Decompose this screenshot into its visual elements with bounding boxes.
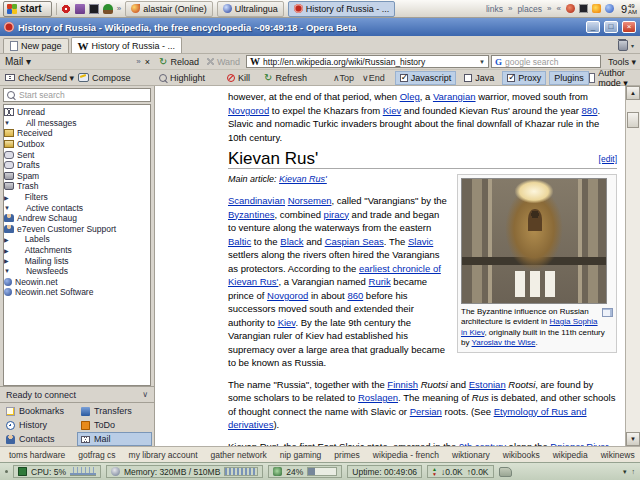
personal-bar-link[interactable]: gather network (211, 450, 267, 460)
panel-overflow-chevron[interactable]: » (136, 57, 140, 66)
mail-tree-item[interactable]: ▶ Attachments (4, 245, 150, 256)
panel-title[interactable]: Mail ▾ (5, 56, 31, 67)
wiki-link[interactable]: Norsemen (288, 195, 332, 206)
tray-blue-icon[interactable] (605, 4, 614, 13)
wiki-link[interactable]: Kiev (383, 105, 401, 116)
wiki-link[interactable]: 880 (582, 105, 598, 116)
google-search-input[interactable] (505, 57, 597, 67)
arrow-up-icon[interactable]: ↑ (632, 468, 636, 475)
chevron-down-icon[interactable]: ▾ (623, 468, 627, 476)
personal-bar-link[interactable]: toms hardware (9, 450, 65, 460)
start-button[interactable]: start (3, 1, 52, 17)
task-button[interactable]: alastair (Online) (125, 1, 213, 17)
reload-button[interactable]: ↻ Reload (155, 57, 203, 67)
expand-collapse-icon[interactable]: ▶ (4, 236, 9, 243)
mail-tree-item[interactable]: Unread (4, 107, 150, 118)
hagia-sophia-kiev-image[interactable] (461, 178, 607, 304)
kill-button[interactable]: Kill (223, 73, 254, 83)
compose-button[interactable]: Compose (78, 73, 131, 83)
mail-tree-item[interactable]: ▼ Newsfeeds (4, 266, 150, 277)
highlight-button[interactable]: Highlight (155, 73, 209, 83)
task-button[interactable]: Ultralingua (217, 1, 284, 17)
mail-tree-item[interactable]: e7even Customer Support (4, 224, 150, 235)
wiki-link[interactable]: Estonian (469, 379, 506, 390)
wiki-link[interactable]: Scandinavian (228, 195, 285, 206)
go-to-top-button[interactable]: ∧Top (333, 73, 354, 83)
edit-section-link[interactable]: [edit] (599, 153, 617, 167)
wiki-link[interactable]: Slavic (408, 236, 433, 247)
personal-bar-link[interactable]: wikipedia - french (373, 450, 439, 460)
address-input[interactable] (263, 57, 476, 67)
expand-collapse-icon[interactable]: ▶ (4, 257, 9, 264)
scrollbar-thumb[interactable] (627, 112, 639, 128)
enlarge-icon[interactable] (602, 308, 613, 317)
panel-button[interactable]: Mail (77, 432, 152, 446)
personal-bar-link[interactable]: wikipedia (553, 450, 588, 460)
wiki-link[interactable]: Rurik (369, 276, 391, 287)
personal-bar-link[interactable]: nip gaming (280, 450, 322, 460)
tab-new-page[interactable]: New page (3, 38, 69, 53)
chevron-icon[interactable]: » (117, 4, 121, 13)
personal-bar-link[interactable]: primes (334, 450, 360, 460)
preference-toggle[interactable]: Proxy (502, 71, 546, 85)
wiki-link[interactable]: Caspian Seas (325, 236, 384, 247)
mail-tree-item[interactable]: Neowin.net (4, 277, 150, 288)
mail-tree-item[interactable]: ▶ Labels (4, 234, 150, 245)
personal-bar-link[interactable]: wiktionary (452, 450, 490, 460)
wiki-link[interactable]: Roslagen (358, 392, 398, 403)
author-mode-button[interactable]: Author mode ▾ (589, 68, 640, 88)
address-dropdown-icon[interactable]: ▼ (479, 59, 485, 65)
wiki-link[interactable]: Kiev (278, 317, 296, 328)
mail-tree-item[interactable]: Outbox (4, 139, 150, 150)
panel-close-button[interactable]: × (145, 57, 150, 67)
panel-button[interactable]: ToDo (77, 418, 152, 432)
personal-bar-link[interactable]: my library account (129, 450, 198, 460)
wiki-link[interactable]: Oleg (400, 91, 420, 102)
expand-collapse-icon[interactable]: ▼ (4, 120, 10, 126)
google-search-box[interactable]: G (491, 55, 601, 68)
scroll-up-arrow[interactable]: ▲ (626, 86, 640, 100)
places-toolbar-label[interactable]: places (517, 4, 542, 14)
wiki-link[interactable]: 860 (347, 290, 363, 301)
preference-toggle[interactable]: Plugins (549, 71, 589, 85)
tray-red-icon[interactable] (566, 4, 575, 13)
vertical-scrollbar[interactable]: ▲ ▼ (625, 86, 640, 446)
tree-icon[interactable] (103, 4, 113, 14)
wiki-link[interactable]: piracy (324, 209, 349, 220)
expand-collapse-icon[interactable]: ▼ (4, 268, 10, 274)
chevron-icon[interactable]: » (508, 4, 512, 13)
address-bar[interactable]: W ▼ (246, 55, 489, 68)
mail-tree-item[interactable]: Received (4, 128, 150, 139)
mail-tree-item[interactable]: Neowin.net Software (4, 287, 150, 298)
wiki-link[interactable]: Novgorod (267, 290, 308, 301)
wiki-link[interactable]: Kievan Rus' (279, 174, 327, 184)
mail-tree-item[interactable]: Trash (4, 181, 150, 192)
mail-search-box[interactable] (3, 88, 151, 102)
chevron-down-icon[interactable]: ∨ (142, 390, 148, 399)
wiki-link[interactable]: Yaroslav the Wise (472, 338, 536, 347)
tray-orange-icon[interactable] (592, 4, 601, 13)
mail-tree-item[interactable]: ▼ All messages (4, 118, 150, 129)
mail-tree-item[interactable]: Drafts (4, 160, 150, 171)
wiki-link[interactable]: Baltic (228, 236, 251, 247)
collapse-chevron-icon[interactable]: « (556, 4, 560, 13)
panel-button[interactable]: History (2, 418, 77, 432)
maximize-button[interactable]: □ (604, 21, 618, 33)
flower-icon[interactable] (61, 4, 71, 14)
tools-menu-button[interactable]: Tools ▾ (604, 57, 640, 67)
tray-black-icon[interactable] (579, 4, 588, 13)
refresh-button[interactable]: ↻ Refresh (260, 73, 311, 83)
check-send-button[interactable]: Check/Send ▾ (5, 73, 74, 83)
expand-collapse-icon[interactable]: ▼ (4, 205, 10, 211)
connection-icon[interactable] (499, 467, 512, 477)
mail-search-input[interactable] (19, 90, 147, 100)
expand-collapse-icon[interactable]: ▶ (4, 247, 9, 254)
wiki-link[interactable]: Finnish (387, 379, 418, 390)
mail-tree-item[interactable]: ▶ Filters (4, 192, 150, 203)
mail-tree-item[interactable]: Spam (4, 171, 150, 182)
closed-tabs-trash-button[interactable]: ▾ (615, 40, 637, 53)
wiki-link[interactable]: Varangian (433, 91, 476, 102)
mail-tree-item[interactable]: ▼ Active contacts (4, 202, 150, 213)
panel-button[interactable]: Transfers (77, 404, 152, 418)
wiki-link[interactable]: Novgorod (228, 105, 269, 116)
